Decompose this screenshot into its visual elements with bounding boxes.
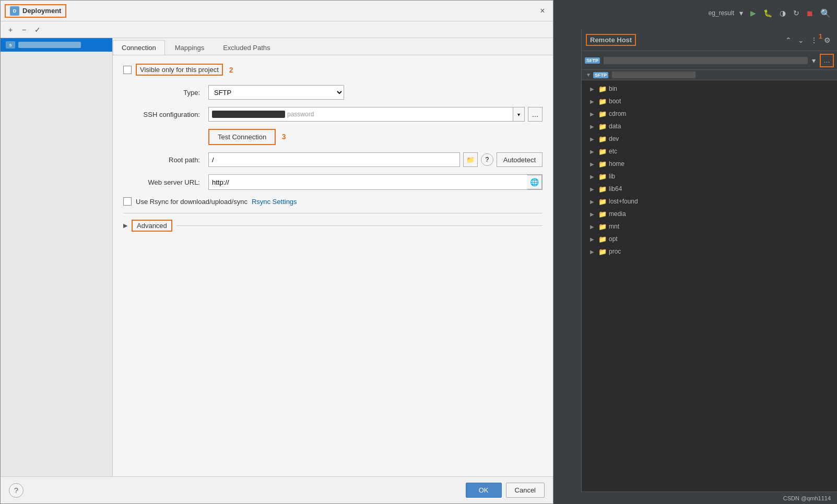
ok-button[interactable]: OK [466,483,502,498]
debug-btn[interactable]: 🐛 [761,8,774,18]
expand-all-btn[interactable]: ⌄ [796,35,806,45]
dialog-sidebar: S [1,38,113,476]
sidebar-entry-server[interactable]: S [1,38,112,52]
conn-dropdown-btn[interactable]: ▾ [810,55,818,66]
ssh-more-btn[interactable]: … [528,107,543,122]
tree-item[interactable]: ▶ 📁 lib [582,170,837,183]
coverage-btn[interactable]: ◑ [777,8,788,18]
tab-connection[interactable]: Connection [113,40,165,55]
dialog-title: Deployment [22,7,61,15]
folder-browse-btn[interactable]: 📁 [463,152,478,167]
tree-chevron: ▶ [590,186,596,192]
folder-icon: 📁 [598,123,607,130]
visible-project-checkbox[interactable] [123,66,132,74]
tree-item[interactable]: ▶ 📁 mnt [582,220,837,233]
folder-icon: 📁 [598,235,607,243]
type-select-wrapper: SFTP [208,85,344,100]
conn-more-btn[interactable]: … [820,54,834,67]
test-connection-btn[interactable]: Test Connection [208,129,276,145]
root-name-redact [612,71,695,78]
dialog-main: Connection Mappings Excluded Paths Visib… [113,38,553,476]
cancel-button[interactable]: Cancel [506,483,545,498]
add-config-btn[interactable]: + [5,24,16,35]
deployment-icon: D [10,6,19,16]
tree-item[interactable]: ▶ 📁 bin [582,82,837,95]
tree-chevron: ▶ [590,161,596,167]
run-dropdown-btn[interactable]: ▾ [737,8,745,18]
folder-icon: 📁 [598,223,607,231]
ssh-label: SSH configuration: [123,111,204,118]
tree-item[interactable]: ▶ 📁 etc [582,145,837,158]
ssh-input-wrapper: password ▾ [208,107,525,122]
root-path-input[interactable] [208,152,460,167]
tree-chevron: ▶ [590,124,596,129]
folder-icon: 📁 [598,210,607,218]
tree-item[interactable]: ▶ 📁 cdrom [582,107,837,120]
tab-mappings[interactable]: Mappings [166,40,213,55]
dialog-footer: ? OK Cancel [1,476,553,503]
root-help-btn[interactable]: ? [481,153,493,166]
collapse-all-btn[interactable]: ⌃ [783,35,794,45]
root-path-control: 📁 ? Autodetect [208,152,543,167]
sidebar-sftp-icon: S [6,41,15,49]
advanced-toggle[interactable]: ▶ [123,222,127,229]
tree-root-item[interactable]: ▼ SFTP [582,70,837,80]
web-url-control: 🌐 [208,174,543,190]
folder-icon: 📁 [598,185,607,193]
tab-excluded-paths[interactable]: Excluded Paths [214,40,279,55]
run-btn[interactable]: ▶ [748,8,758,18]
remote-host-header: Remote Host ⌃ ⌄ ⋮ ⚙ 1 [582,29,837,51]
close-button[interactable]: × [536,5,549,17]
dialog-titlebar: D Deployment × [1,1,553,21]
root-sftp-label: SFTP [593,72,608,78]
ssh-control: password ▾ … [208,107,543,122]
tree-item[interactable]: ▶ 📁 lost+found [582,195,837,208]
tree-chevron: ▶ [590,211,596,217]
ssh-config-row: SSH configuration: password ▾ … [123,107,543,122]
ssh-field[interactable]: password [208,107,513,122]
tree-item[interactable]: ▶ 📁 dev [582,133,837,145]
ssh-dropdown-btn[interactable]: ▾ [513,107,525,122]
folder-name: media [609,210,626,218]
root-collapse-icon: ▼ [586,72,591,78]
remove-config-btn[interactable]: − [18,24,30,35]
type-row: Type: SFTP [123,85,543,100]
tree-item[interactable]: ▶ 📁 media [582,208,837,220]
rh-connection-bar: SFTP ▾ … [582,51,837,70]
folder-name: lib [609,173,615,180]
autodetect-btn[interactable]: Autodetect [497,152,543,167]
ssh-username-redact [212,111,285,118]
search-btn[interactable]: 🔍 [818,7,833,19]
tree-item[interactable]: ▶ 📁 boot [582,95,837,107]
advanced-label: Advanced [132,220,172,232]
dialog-toolbar: + − ✓ [1,21,553,38]
remote-host-title: Remote Host [586,34,636,46]
folder-icon: 📁 [598,173,607,181]
visible-project-row: Visible only for this project 2 [123,64,543,76]
tree-item[interactable]: ▶ 📁 proc [582,245,837,258]
folder-name: bin [609,85,617,92]
footer-right: OK Cancel [466,483,545,498]
tree-chevron: ▶ [590,224,596,230]
folder-name: etc [609,148,617,155]
globe-btn[interactable]: 🌐 [527,175,542,189]
profiler-btn[interactable]: ↻ [791,8,801,18]
rsync-checkbox[interactable] [123,197,132,206]
stop-btn[interactable]: ◼ [805,8,815,18]
status-text: CSDN @qmh1114 [783,495,831,501]
help-button[interactable]: ? [9,483,23,498]
settings-icon-btn[interactable]: ⚙ [822,35,833,45]
rsync-settings-link[interactable]: Rsync Settings [252,198,297,206]
tree-item[interactable]: ▶ 📁 lib64 [582,183,837,195]
remote-host-controls: ⌃ ⌄ ⋮ ⚙ [783,35,833,45]
folder-icon: 📁 [598,198,607,206]
more-actions-btn[interactable]: ⋮ [808,35,820,45]
confirm-btn[interactable]: ✓ [32,24,43,35]
tree-item[interactable]: ▶ 📁 opt [582,233,837,245]
tree-item[interactable]: ▶ 📁 home [582,158,837,170]
tree-item[interactable]: ▶ 📁 data [582,120,837,133]
web-url-input[interactable] [209,175,527,189]
folder-name: dev [609,135,619,142]
root-path-row: Root path: 📁 ? Autodetect [123,152,543,167]
type-select[interactable]: SFTP [208,85,344,100]
